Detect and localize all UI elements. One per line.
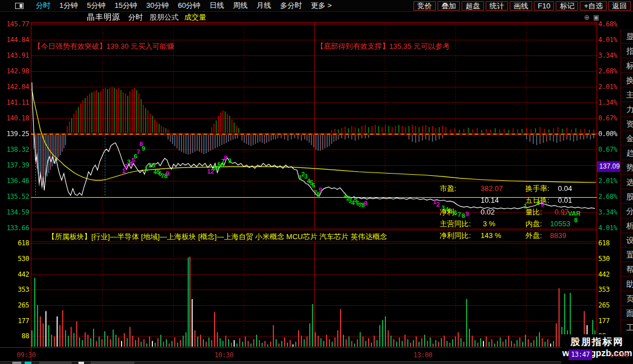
right-toolbar-cell[interactable]: 帮	[621, 262, 633, 277]
signal-digit: 9	[364, 200, 367, 207]
volume-tick-right: 177	[598, 318, 609, 325]
volume-tick-left: 530	[18, 255, 29, 263]
right-toolbar-cell[interactable]: 势	[621, 160, 633, 175]
stat-item: 净利同比:	[440, 232, 471, 239]
right-toolbar-cell[interactable]: 面	[621, 306, 633, 320]
view-label[interactable]: 分时	[128, 12, 143, 22]
stat-item: 382.07	[481, 185, 503, 192]
signal-digit: 8	[574, 217, 578, 223]
signal-digit: 8	[462, 213, 465, 219]
stat-item: 换手率:	[525, 185, 550, 192]
volume-tick-left: 265	[18, 302, 29, 309]
menu-item-10[interactable]: 更多 >	[306, 1, 336, 11]
right-toolbar-cell[interactable]: 析	[621, 218, 633, 233]
volume-indicator-label[interactable]: 成交量	[184, 12, 206, 22]
right-toolbar-cell[interactable]: 页	[621, 291, 633, 306]
right-toolbar-cell[interactable]: 置	[621, 248, 633, 262]
stock-name[interactable]: 晶丰明源	[87, 12, 120, 22]
formula-label[interactable]: 股朋公式	[150, 12, 179, 22]
price-tick-left: 142.98	[7, 68, 29, 75]
time-tick: 14:00	[609, 352, 629, 359]
tool-button-5[interactable]: F10	[534, 1, 554, 11]
signal-digit: 9	[319, 187, 322, 193]
chart-canvas[interactable]	[0, 0, 633, 364]
tool-button-2[interactable]: 超盘	[462, 1, 484, 11]
right-toolbar-cell[interactable]: 标	[621, 58, 633, 73]
percent-tick-right: 3.34%	[598, 52, 617, 59]
stat-item: 143 %	[481, 232, 501, 239]
signal-digit: 8	[224, 155, 227, 161]
price-tick-left: 135.52	[7, 193, 29, 200]
right-toolbar-cell[interactable]: 设	[621, 233, 633, 248]
stat-item: 0.97	[555, 208, 569, 216]
volume-tick-right: 353	[598, 286, 609, 293]
price-tick-left: 141.11	[7, 99, 29, 106]
percent-tick-right: 4.01%	[598, 36, 617, 44]
menu-item-0[interactable]: 分时	[31, 1, 55, 11]
right-toolbar-cell[interactable]: 助	[621, 277, 633, 291]
stat-item: 外盘:	[525, 232, 542, 239]
menu-item-9[interactable]: 多分时	[276, 1, 306, 11]
volume-tick-left: 88	[22, 333, 29, 340]
stat-item: 0.01	[558, 197, 572, 204]
right-toolbar-cell[interactable]: 力	[621, 102, 633, 116]
volume-tick-right: 442	[598, 271, 609, 278]
percent-tick-right: 1.34%	[598, 99, 617, 106]
right-toolbar-cell[interactable]: 主	[621, 87, 633, 102]
window-layout-icon[interactable]	[15, 3, 24, 9]
percent-tick-right: 0.67%	[598, 115, 617, 122]
percent-tick-right: 2.68%	[598, 193, 617, 200]
stat-item: 内盘:	[525, 220, 542, 227]
price-tick-left: 136.46	[7, 178, 29, 185]
percent-tick-right: 0.67%	[598, 146, 617, 153]
right-toolbar-cell[interactable]: 分	[621, 204, 633, 218]
menu-item-7[interactable]: 周线	[229, 1, 252, 11]
tool-button-4[interactable]: 画线	[510, 1, 532, 11]
menu-item-1[interactable]: 1分钟	[55, 1, 82, 11]
right-toolbar-cell[interactable]: 显	[621, 29, 633, 44]
expand-icon[interactable]: ⊕	[584, 13, 590, 21]
split-window-icon[interactable]: ▣	[593, 13, 599, 21]
menu-item-8[interactable]: 月线	[252, 1, 276, 11]
percent-tick-right: 2.01%	[598, 83, 617, 91]
right-toolbar-cell[interactable]: 股	[621, 189, 633, 204]
top-menu-bar: 分时1分钟5分钟15分钟30分钟60分钟日线周线月线多分时更多 > 竞价叠加超盘…	[0, 0, 633, 12]
percent-tick-right: 0.00%	[598, 130, 617, 138]
menu-item-2[interactable]: 5分钟	[82, 1, 110, 11]
price-tick-left: 137.39	[7, 162, 29, 169]
percent-tick-right: 2.68%	[598, 68, 617, 75]
menu-item-3[interactable]: 15分钟	[110, 1, 141, 11]
tool-button-0[interactable]: 竞价	[413, 1, 436, 11]
sector-info-line: 【所属板块】[行业]—半导体 [地域]—上海板块 [概念]—上海自贸 小米概念 …	[48, 232, 387, 242]
stat-item: 主营同比:	[440, 220, 471, 227]
right-toolbar-cell[interactable]: 趋	[621, 146, 633, 160]
price-tick-left: 143.91	[7, 52, 29, 59]
signal-digit: 6	[312, 183, 315, 189]
right-toolbar-cell[interactable]: 选	[621, 175, 633, 189]
menu-item-6[interactable]: 日线	[205, 1, 229, 11]
tool-button-3[interactable]: 统计	[486, 1, 508, 11]
price-tick-left: 133.66	[7, 225, 29, 232]
right-toolbar-cell[interactable]: 指	[621, 44, 633, 58]
tool-button-6[interactable]: 标记	[556, 1, 578, 11]
right-toolbar-cell[interactable]: 资	[621, 116, 633, 131]
volume-tick-left: 618	[18, 240, 29, 247]
menu-item-5[interactable]: 60分钟	[173, 1, 204, 11]
right-toolbar-cell[interactable]: 换	[621, 73, 633, 87]
watermark-title: 股朋指标网	[561, 335, 633, 348]
signal-digit: 9	[142, 146, 145, 152]
tool-button-1[interactable]: 叠加	[437, 1, 460, 11]
stat-item: 五日换:	[525, 197, 550, 204]
right-toolbar-cell[interactable]: 工	[621, 320, 633, 335]
price-tick-left: 142.04	[7, 83, 29, 91]
volume-tick-left: 442	[18, 271, 29, 278]
menu-item-4[interactable]: 30分钟	[142, 1, 173, 11]
tool-button-7[interactable]: +自选	[580, 1, 607, 11]
signal-digit: 9	[228, 158, 231, 164]
volume-tick-left: 353	[18, 286, 29, 293]
right-vertical-toolbar[interactable]: 显指标换主力资金趋势选股分析设置帮助页面工具	[620, 29, 633, 364]
stat-item: 10.14	[481, 197, 499, 204]
time-tick: 10:30	[215, 352, 234, 359]
right-toolbar-cell[interactable]: 金	[621, 131, 633, 146]
tool-button-8[interactable]: 返回	[608, 1, 631, 11]
